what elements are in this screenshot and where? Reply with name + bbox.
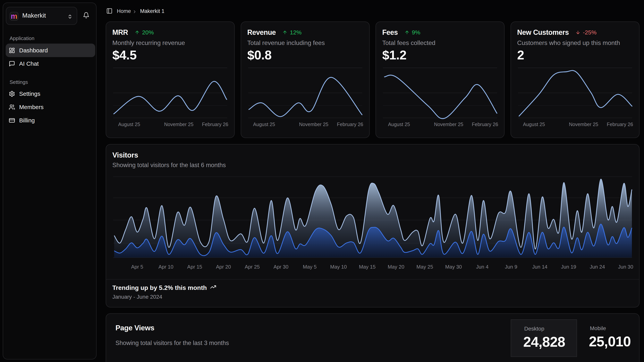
svg-text:Apr 20: Apr 20 <box>216 264 231 270</box>
svg-text:Apr 5: Apr 5 <box>131 264 143 270</box>
svg-text:May 5: May 5 <box>303 264 317 270</box>
svg-text:Jun 4: Jun 4 <box>476 264 489 270</box>
svg-text:Apr 25: Apr 25 <box>245 264 260 270</box>
svg-text:May 30: May 30 <box>445 264 462 270</box>
svg-text:May 20: May 20 <box>388 264 404 270</box>
svg-text:May 15: May 15 <box>359 264 376 270</box>
svg-text:Jun 9: Jun 9 <box>505 264 518 270</box>
svg-text:Apr 10: Apr 10 <box>158 264 174 270</box>
svg-text:May 10: May 10 <box>330 264 347 270</box>
svg-text:Jun 14: Jun 14 <box>532 264 548 270</box>
svg-text:Apr 15: Apr 15 <box>187 264 202 270</box>
svg-text:Apr 30: Apr 30 <box>274 264 288 270</box>
svg-text:Jun 24: Jun 24 <box>590 264 605 270</box>
svg-text:May 25: May 25 <box>416 264 433 270</box>
svg-text:Jun 19: Jun 19 <box>561 264 576 270</box>
svg-text:Jun 30: Jun 30 <box>618 264 633 270</box>
